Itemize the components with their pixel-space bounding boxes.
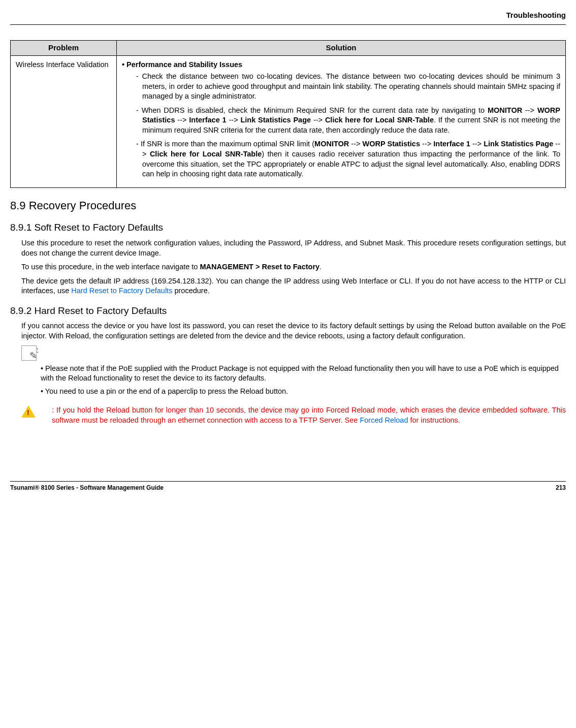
note-list: • Please note that if the PoE supplied w… [41, 364, 566, 397]
solution-item-1: - Check the distance between two co-loca… [136, 72, 560, 102]
section-8-9-2-title: 8.9.2 Hard Reset to Factory Defaults [10, 304, 566, 318]
paragraph: To use this procedure, in the web interf… [21, 262, 566, 272]
bullet-heading: • Performance and Stability Issues [122, 60, 560, 70]
warning-text: : If you hold the Reload button for long… [52, 406, 566, 424]
table-row: Wireless Interface Validation • Performa… [11, 55, 566, 187]
note-item: • Please note that if the PoE supplied w… [41, 364, 566, 384]
page-footer: Tsunami® 8100 Series - Software Manageme… [10, 484, 566, 492]
paragraph: Use this procedure to reset the network … [21, 238, 566, 258]
link-hard-reset[interactable]: Hard Reset to Factory Defaults [71, 287, 172, 295]
th-solution: Solution [117, 41, 566, 55]
warning-block: : If you hold the Reload button for long… [21, 405, 566, 425]
section-8-9-title: 8.9 Recovery Procedures [10, 198, 566, 213]
cell-problem: Wireless Interface Validation [11, 55, 117, 187]
solution-item-3: - If SNR is more than the maximum optima… [136, 139, 560, 179]
th-problem: Problem [11, 41, 117, 55]
footer-page-number: 213 [556, 484, 566, 492]
note-item: • You need to use a pin or the end of a … [41, 387, 566, 397]
solution-item-2: - When DDRS is disabled, check the Minim… [136, 106, 560, 136]
link-forced-reload[interactable]: Forced Reload [360, 416, 408, 424]
footer-rule [10, 481, 566, 482]
footer-left: Tsunami® 8100 Series - Software Manageme… [10, 484, 164, 491]
header-rule [10, 24, 566, 25]
warning-icon [21, 405, 36, 418]
note-icon [21, 345, 37, 361]
page-header-title: Troubleshooting [10, 10, 566, 20]
cell-solution: • Performance and Stability Issues - Che… [117, 55, 566, 187]
paragraph: The device gets the default IP address (… [21, 276, 566, 296]
section-8-9-1-title: 8.9.1 Soft Reset to Factory Defaults [10, 221, 566, 234]
paragraph: If you cannot access the device or you h… [21, 321, 566, 341]
troubleshooting-table: Problem Solution Wireless Interface Vali… [10, 40, 566, 187]
